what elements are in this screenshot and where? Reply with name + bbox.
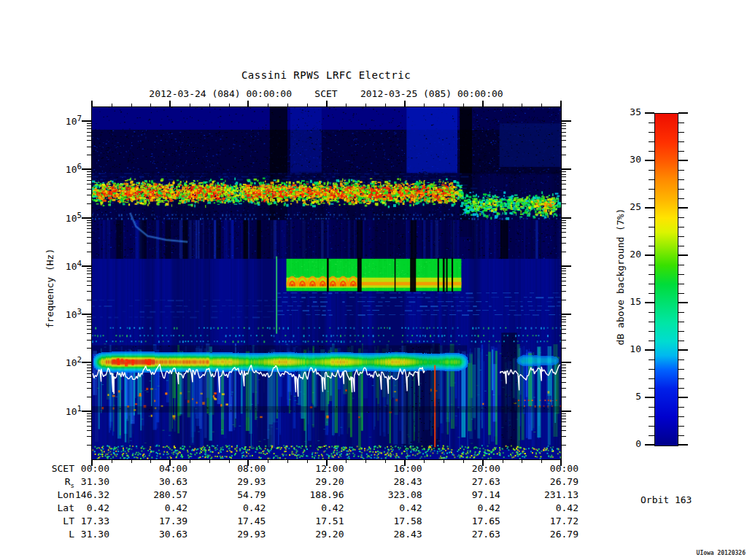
x-minor-tick (385, 104, 386, 106)
ephemeris-value: 31.30 (57, 529, 109, 540)
y-major-tick (561, 217, 571, 219)
ephemeris-value: 12:00 (292, 463, 344, 474)
y-minor-tick (561, 252, 566, 252)
y-minor-tick (87, 225, 92, 226)
y-minor-tick (87, 370, 92, 371)
y-minor-tick (561, 136, 566, 136)
y-minor-tick (561, 382, 566, 383)
colorbar-minor-tick (649, 265, 654, 265)
ephemeris-value: 08:00 (213, 463, 266, 474)
colorbar-minor-tick (678, 217, 684, 218)
x-major-tick (404, 101, 406, 106)
colorbar-major-tick (678, 349, 688, 351)
y-minor-tick (87, 123, 92, 124)
colorbar-minor-tick (678, 189, 684, 190)
colorbar-major-tick (678, 254, 688, 256)
colorbar-minor-tick (649, 388, 654, 389)
y-minor-tick (561, 228, 566, 229)
y-minor-tick (87, 413, 92, 414)
y-minor-tick (561, 184, 566, 184)
x-major-tick (247, 101, 249, 106)
ephemeris-value: 54.79 (213, 489, 266, 500)
y-minor-tick (87, 426, 92, 427)
y-minor-tick (87, 325, 92, 326)
y-minor-tick (561, 419, 566, 419)
colorbar-tick-label: 0 (609, 438, 641, 449)
ephemeris-value: 17.72 (526, 516, 578, 526)
y-minor-tick (561, 174, 566, 175)
y-minor-tick (561, 316, 566, 317)
y-minor-tick (87, 237, 92, 238)
x-minor-tick (307, 104, 308, 106)
ephemeris-value: 280.57 (135, 489, 187, 500)
colorbar-major-tick (678, 160, 688, 161)
ephemeris-value: 28.43 (370, 529, 422, 540)
x-minor-tick (522, 104, 522, 106)
y-major-tick (561, 168, 571, 170)
ephemeris-value: 04:00 (135, 463, 187, 474)
ephemeris-value: 0.42 (292, 502, 344, 513)
y-minor-tick (87, 125, 92, 126)
ephemeris-value: 97.14 (448, 489, 500, 500)
y-tick-label: 107 (44, 114, 82, 127)
colorbar-minor-tick (649, 378, 654, 379)
colorbar-minor-tick (649, 284, 654, 284)
colorbar-minor-tick (649, 189, 654, 190)
colorbar-major-tick (645, 349, 654, 351)
y-minor-tick (561, 365, 566, 365)
ephemeris-value: 323.08 (370, 489, 422, 500)
colorbar-minor-tick (649, 293, 654, 294)
ephemeris-value: 231.13 (526, 489, 578, 500)
x-minor-tick (365, 460, 366, 463)
ephemeris-value: 26.79 (526, 476, 578, 487)
y-minor-tick (561, 426, 566, 427)
colorbar-minor-tick (678, 312, 684, 313)
y-minor-tick (87, 128, 92, 129)
y-minor-tick (87, 430, 92, 431)
x-major-tick (91, 101, 93, 106)
ephemeris-value: 17.45 (213, 516, 266, 526)
y-minor-tick (87, 365, 92, 365)
colorbar-minor-tick (649, 322, 654, 322)
y-minor-tick (561, 203, 566, 204)
colorbar-minor-tick (678, 416, 684, 417)
ephemeris-value: 00:00 (526, 463, 578, 474)
x-major-tick (560, 101, 562, 106)
y-minor-tick (87, 203, 92, 204)
colorbar-minor-tick (649, 416, 654, 417)
colorbar-minor-tick (678, 246, 684, 246)
colorbar-minor-tick (649, 236, 654, 237)
y-minor-tick (561, 397, 566, 397)
colorbar-major-tick (645, 397, 654, 398)
y-minor-tick (561, 421, 566, 422)
y-tick-label: 102 (44, 355, 82, 368)
y-minor-tick (561, 319, 566, 320)
colorbar-minor-tick (649, 407, 654, 408)
ephemeris-value: 27.63 (448, 529, 500, 540)
y-tick-label: 106 (44, 162, 82, 175)
colorbar-minor-tick (649, 217, 654, 218)
ephemeris-value: 17.33 (57, 516, 109, 526)
colorbar-minor-tick (649, 426, 654, 427)
colorbar-minor-tick (678, 426, 684, 427)
colorbar-minor-tick (649, 132, 654, 133)
y-minor-tick (561, 285, 566, 286)
y-minor-tick (87, 171, 92, 172)
y-minor-tick (561, 368, 566, 368)
y-minor-tick (561, 333, 566, 334)
ephemeris-value: 31.30 (57, 476, 109, 487)
ephemeris-value: 28.43 (370, 476, 422, 487)
y-major-tick (82, 217, 92, 219)
y-minor-tick (561, 436, 566, 437)
x-minor-tick (229, 104, 230, 106)
x-minor-tick (444, 460, 444, 463)
ephemeris-value: 0.42 (213, 502, 266, 513)
y-minor-tick (561, 225, 566, 226)
y-major-tick (561, 362, 571, 363)
y-tick-label: 103 (44, 307, 82, 320)
ephemeris-value: 0.42 (57, 502, 109, 513)
y-minor-tick (87, 273, 92, 274)
ephemeris-value: 0.42 (448, 502, 500, 513)
y-minor-tick (87, 300, 92, 300)
y-minor-tick (561, 155, 566, 155)
